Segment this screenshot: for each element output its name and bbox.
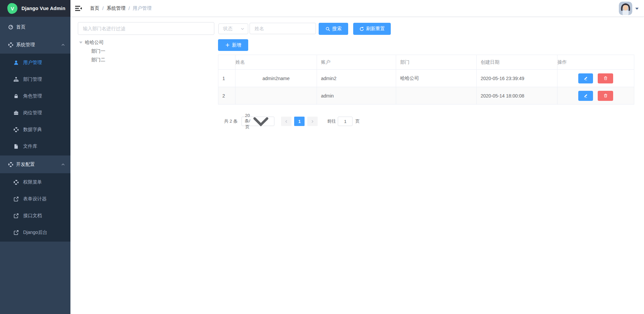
cell-name: admin2name: [235, 70, 317, 87]
sidebar-item-label: 用户管理: [23, 60, 42, 66]
caret-down-icon[interactable]: [635, 8, 639, 10]
goto-page-input[interactable]: [338, 117, 353, 126]
sidebar-collapse-icon[interactable]: [75, 5, 82, 12]
sidebar-item-label: 文件库: [23, 143, 37, 149]
page-number-current[interactable]: 1: [294, 117, 305, 126]
edit-button[interactable]: [578, 91, 593, 101]
status-select[interactable]: 状态: [218, 23, 248, 34]
dept-filter-input[interactable]: [78, 22, 214, 35]
name-filter-input[interactable]: [250, 23, 316, 34]
table-header-row: 姓名 账户 部门 创建日期 操作: [218, 55, 634, 70]
breadcrumb-separator: /: [102, 6, 104, 11]
tree-node-root[interactable]: 哈哈公司: [77, 38, 105, 47]
app-logo-icon: V: [7, 3, 18, 14]
sidebar-item-label: 岗位管理: [23, 110, 42, 116]
pencil-icon: [584, 76, 588, 80]
user-table: 姓名 账户 部门 创建日期 操作 1 admin2name admin2 哈哈公…: [218, 55, 634, 105]
col-header-dept: 部门: [396, 55, 477, 70]
sidebar-item-label: 数据字典: [23, 127, 42, 133]
edit-button[interactable]: [578, 73, 593, 83]
sidebar-item-label: 权限菜单: [23, 179, 42, 185]
tree-node-label: 部门一: [91, 48, 105, 54]
sidebar-item-perm-menu[interactable]: 权限菜单: [0, 174, 70, 191]
document-icon: [13, 144, 19, 149]
sidebar-item-data-dict[interactable]: 数据字典: [0, 121, 70, 138]
app-logo-bar: V Django Vue Admin: [0, 0, 70, 17]
caret-down-icon[interactable]: [79, 42, 83, 44]
cell-account: admin2: [317, 70, 396, 87]
cell-dept: [396, 87, 477, 105]
sidebar-item-label: 系统管理: [16, 42, 35, 48]
trash-icon: [603, 76, 608, 80]
sidebar-item-api-docs[interactable]: 接口文档: [0, 207, 70, 224]
cell-name: [235, 87, 317, 105]
breadcrumb-item-home[interactable]: 首页: [90, 5, 99, 11]
cell-created: 2020-05-16 23:39:49: [477, 70, 557, 87]
sidebar-item-label: Django后台: [23, 230, 47, 236]
search-icon: [325, 26, 330, 32]
breadcrumb-separator: /: [128, 6, 130, 11]
tree-node-child[interactable]: 部门一: [77, 47, 105, 56]
refresh-icon: [359, 26, 364, 32]
chevron-up-icon: [61, 163, 65, 167]
dept-tree: 哈哈公司 部门一 部门二: [77, 38, 105, 64]
refresh-reset-button[interactable]: 刷新重置: [353, 23, 391, 35]
trash-icon: [603, 93, 608, 98]
sidebar: V Django Vue Admin 首页 系统管理 用户管理 部门管理 角色管…: [0, 0, 70, 314]
col-header-actions: 操作: [557, 55, 634, 70]
lock-icon: [13, 93, 19, 99]
app-title: Django Vue Admin: [21, 6, 65, 11]
external-link-icon: [13, 196, 19, 202]
sidebar-item-label: 表单设计器: [23, 196, 47, 202]
sidebar-item-role-mgmt[interactable]: 角色管理: [0, 88, 70, 105]
pencil-icon: [584, 93, 588, 98]
breadcrumb-item-system[interactable]: 系统管理: [107, 5, 125, 11]
page-size-select[interactable]: 20条/页: [241, 117, 274, 126]
plus-icon: [225, 43, 230, 48]
chevron-right-icon: [311, 120, 314, 123]
lifebuoy-icon: [8, 162, 13, 167]
breadcrumb: 首页 / 系统管理 / 用户管理: [90, 0, 152, 17]
add-button[interactable]: 新增: [218, 39, 248, 51]
search-button-label: 搜索: [332, 26, 342, 32]
pagination-total: 共 2 条: [224, 118, 237, 124]
col-header-name: 姓名: [235, 55, 317, 70]
avatar[interactable]: [619, 2, 632, 15]
delete-button[interactable]: [598, 91, 613, 101]
chevron-down-icon: [250, 96, 271, 146]
status-select-placeholder: 状态: [223, 26, 240, 32]
sidebar-item-dept-mgmt[interactable]: 部门管理: [0, 71, 70, 88]
submenu-system-mgmt: 用户管理 部门管理 角色管理 岗位管理 数据字典 文件库: [0, 54, 70, 155]
sidebar-item-label: 部门管理: [23, 76, 42, 82]
external-link-icon: [13, 213, 19, 218]
add-button-label: 新增: [232, 42, 241, 48]
user-icon: [13, 60, 19, 65]
next-page-button[interactable]: [307, 117, 318, 126]
sidebar-menu: 首页 系统管理 用户管理 部门管理 角色管理 岗位管理: [0, 17, 70, 242]
sidebar-item-home[interactable]: 首页: [0, 18, 70, 36]
sidebar-item-django-admin[interactable]: Django后台: [0, 224, 70, 241]
breadcrumb-item-current: 用户管理: [133, 5, 152, 11]
dashboard-icon: [8, 24, 13, 30]
page-unit-label: 页: [355, 118, 360, 124]
sidebar-item-post-mgmt[interactable]: 岗位管理: [0, 105, 70, 121]
prev-page-button[interactable]: [281, 117, 291, 126]
sidebar-item-label: 角色管理: [23, 93, 42, 99]
delete-button[interactable]: [598, 73, 613, 83]
pagination: 共 2 条 20条/页 1 前往 页: [224, 117, 360, 126]
chevron-down-icon: [240, 27, 245, 31]
sidebar-item-system-mgmt[interactable]: 系统管理: [0, 36, 70, 54]
tree-node-label: 部门二: [91, 57, 105, 63]
sidebar-item-label: 接口文档: [23, 213, 42, 219]
search-button[interactable]: 搜索: [319, 23, 348, 35]
tree-node-child[interactable]: 部门二: [77, 56, 105, 64]
sidebar-item-form-designer[interactable]: 表单设计器: [0, 191, 70, 207]
app-logo-letter: V: [11, 6, 14, 11]
sidebar-item-label: 首页: [16, 24, 25, 30]
lifebuoy-icon: [13, 180, 19, 185]
sidebar-item-file-library[interactable]: 文件库: [0, 138, 70, 155]
sidebar-item-dev-config[interactable]: 开发配置: [0, 155, 70, 173]
chevron-left-icon: [284, 120, 288, 123]
sidebar-item-user-mgmt[interactable]: 用户管理: [0, 54, 70, 71]
cell-index: 2: [218, 87, 235, 105]
